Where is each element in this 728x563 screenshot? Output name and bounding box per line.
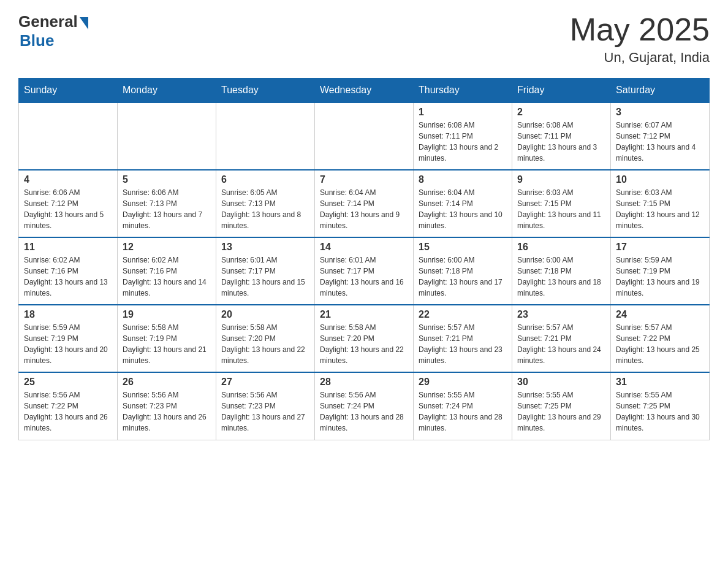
calendar-week-4: 18Sunrise: 5:59 AMSunset: 7:19 PMDayligh… xyxy=(19,305,710,372)
calendar-cell: 22Sunrise: 5:57 AMSunset: 7:21 PMDayligh… xyxy=(414,305,512,372)
calendar-cell: 7Sunrise: 6:04 AMSunset: 7:14 PMDaylight… xyxy=(315,170,414,237)
calendar-cell xyxy=(216,102,315,170)
day-info: Sunrise: 5:56 AMSunset: 7:22 PMDaylight:… xyxy=(24,389,112,434)
calendar-cell: 31Sunrise: 5:55 AMSunset: 7:25 PMDayligh… xyxy=(611,372,710,440)
day-info: Sunrise: 5:55 AMSunset: 7:25 PMDaylight:… xyxy=(517,389,605,434)
calendar-cell: 8Sunrise: 6:04 AMSunset: 7:14 PMDaylight… xyxy=(414,170,512,237)
day-number: 27 xyxy=(221,377,309,388)
day-info: Sunrise: 5:57 AMSunset: 7:21 PMDaylight:… xyxy=(419,322,507,366)
day-info: Sunrise: 6:02 AMSunset: 7:16 PMDaylight:… xyxy=(24,255,112,299)
calendar-table: Sunday Monday Tuesday Wednesday Thursday… xyxy=(18,78,710,440)
calendar-cell: 24Sunrise: 5:57 AMSunset: 7:22 PMDayligh… xyxy=(611,305,710,372)
calendar-cell: 18Sunrise: 5:59 AMSunset: 7:19 PMDayligh… xyxy=(19,305,118,372)
calendar-cell xyxy=(19,102,118,170)
day-info: Sunrise: 5:59 AMSunset: 7:19 PMDaylight:… xyxy=(24,322,112,366)
day-number: 17 xyxy=(616,242,704,253)
logo-blue-text: Blue xyxy=(20,31,54,50)
header-thursday: Thursday xyxy=(414,79,512,103)
calendar-cell: 26Sunrise: 5:56 AMSunset: 7:23 PMDayligh… xyxy=(118,372,216,440)
day-number: 15 xyxy=(419,242,507,253)
calendar-cell: 17Sunrise: 5:59 AMSunset: 7:19 PMDayligh… xyxy=(611,237,710,305)
calendar-cell: 4Sunrise: 6:06 AMSunset: 7:12 PMDaylight… xyxy=(19,170,118,237)
day-info: Sunrise: 6:00 AMSunset: 7:18 PMDaylight:… xyxy=(419,255,507,299)
calendar-cell xyxy=(315,102,414,170)
day-info: Sunrise: 5:56 AMSunset: 7:24 PMDaylight:… xyxy=(320,389,408,434)
day-number: 6 xyxy=(221,174,309,185)
day-number: 10 xyxy=(616,174,704,185)
calendar-cell: 10Sunrise: 6:03 AMSunset: 7:15 PMDayligh… xyxy=(611,170,710,237)
calendar-cell: 21Sunrise: 5:58 AMSunset: 7:20 PMDayligh… xyxy=(315,305,414,372)
day-number: 22 xyxy=(419,309,507,320)
day-info: Sunrise: 5:55 AMSunset: 7:25 PMDaylight:… xyxy=(616,389,704,434)
day-info: Sunrise: 6:01 AMSunset: 7:17 PMDaylight:… xyxy=(221,255,309,299)
calendar-cell: 19Sunrise: 5:58 AMSunset: 7:19 PMDayligh… xyxy=(118,305,216,372)
day-number: 25 xyxy=(24,377,112,388)
day-info: Sunrise: 5:58 AMSunset: 7:20 PMDaylight:… xyxy=(320,322,408,366)
header-sunday: Sunday xyxy=(19,79,118,103)
header-monday: Monday xyxy=(118,79,216,103)
calendar-cell: 13Sunrise: 6:01 AMSunset: 7:17 PMDayligh… xyxy=(216,237,315,305)
day-number: 13 xyxy=(221,242,309,253)
calendar-cell: 12Sunrise: 6:02 AMSunset: 7:16 PMDayligh… xyxy=(118,237,216,305)
calendar-week-5: 25Sunrise: 5:56 AMSunset: 7:22 PMDayligh… xyxy=(19,372,710,440)
calendar-week-1: 1Sunrise: 6:08 AMSunset: 7:11 PMDaylight… xyxy=(19,102,710,170)
logo-general-text: General xyxy=(18,12,78,31)
day-number: 16 xyxy=(517,242,605,253)
day-number: 19 xyxy=(123,309,211,320)
day-number: 7 xyxy=(320,174,408,185)
day-info: Sunrise: 6:01 AMSunset: 7:17 PMDaylight:… xyxy=(320,255,408,299)
weekday-header-row: Sunday Monday Tuesday Wednesday Thursday… xyxy=(19,79,710,103)
calendar-cell: 1Sunrise: 6:08 AMSunset: 7:11 PMDaylight… xyxy=(414,102,512,170)
day-info: Sunrise: 6:04 AMSunset: 7:14 PMDaylight:… xyxy=(419,187,507,231)
day-number: 9 xyxy=(517,174,605,185)
calendar-cell: 27Sunrise: 5:56 AMSunset: 7:23 PMDayligh… xyxy=(216,372,315,440)
month-year-title: May 2025 xyxy=(570,12,710,47)
day-info: Sunrise: 6:06 AMSunset: 7:13 PMDaylight:… xyxy=(123,187,211,231)
day-info: Sunrise: 5:57 AMSunset: 7:21 PMDaylight:… xyxy=(517,322,605,366)
calendar-cell: 28Sunrise: 5:56 AMSunset: 7:24 PMDayligh… xyxy=(315,372,414,440)
day-info: Sunrise: 6:07 AMSunset: 7:12 PMDaylight:… xyxy=(616,120,704,164)
day-info: Sunrise: 5:59 AMSunset: 7:19 PMDaylight:… xyxy=(616,255,704,299)
calendar-cell xyxy=(118,102,216,170)
calendar-cell: 3Sunrise: 6:07 AMSunset: 7:12 PMDaylight… xyxy=(611,102,710,170)
day-info: Sunrise: 6:03 AMSunset: 7:15 PMDaylight:… xyxy=(517,187,605,231)
calendar-cell: 5Sunrise: 6:06 AMSunset: 7:13 PMDaylight… xyxy=(118,170,216,237)
day-number: 2 xyxy=(517,107,605,118)
day-number: 24 xyxy=(616,309,704,320)
day-number: 18 xyxy=(24,309,112,320)
day-info: Sunrise: 5:56 AMSunset: 7:23 PMDaylight:… xyxy=(221,389,309,434)
day-number: 30 xyxy=(517,377,605,388)
day-number: 23 xyxy=(517,309,605,320)
day-number: 1 xyxy=(419,107,507,118)
day-info: Sunrise: 5:56 AMSunset: 7:23 PMDaylight:… xyxy=(123,389,211,434)
day-number: 8 xyxy=(419,174,507,185)
calendar-cell: 20Sunrise: 5:58 AMSunset: 7:20 PMDayligh… xyxy=(216,305,315,372)
calendar-cell: 14Sunrise: 6:01 AMSunset: 7:17 PMDayligh… xyxy=(315,237,414,305)
day-number: 28 xyxy=(320,377,408,388)
day-number: 5 xyxy=(123,174,211,185)
calendar-cell: 11Sunrise: 6:02 AMSunset: 7:16 PMDayligh… xyxy=(19,237,118,305)
calendar-cell: 30Sunrise: 5:55 AMSunset: 7:25 PMDayligh… xyxy=(512,372,611,440)
title-section: May 2025 Un, Gujarat, India xyxy=(570,12,710,66)
day-info: Sunrise: 6:03 AMSunset: 7:15 PMDaylight:… xyxy=(616,187,704,231)
day-info: Sunrise: 5:58 AMSunset: 7:19 PMDaylight:… xyxy=(123,322,211,366)
day-number: 3 xyxy=(616,107,704,118)
day-number: 4 xyxy=(24,174,112,185)
calendar-cell: 23Sunrise: 5:57 AMSunset: 7:21 PMDayligh… xyxy=(512,305,611,372)
day-info: Sunrise: 5:57 AMSunset: 7:22 PMDaylight:… xyxy=(616,322,704,366)
header: General Blue May 2025 Un, Gujarat, India xyxy=(18,12,710,66)
day-number: 21 xyxy=(320,309,408,320)
day-number: 14 xyxy=(320,242,408,253)
day-number: 12 xyxy=(123,242,211,253)
calendar-cell: 16Sunrise: 6:00 AMSunset: 7:18 PMDayligh… xyxy=(512,237,611,305)
header-saturday: Saturday xyxy=(611,79,710,103)
calendar-week-2: 4Sunrise: 6:06 AMSunset: 7:12 PMDaylight… xyxy=(19,170,710,237)
location-subtitle: Un, Gujarat, India xyxy=(570,50,710,66)
calendar-cell: 9Sunrise: 6:03 AMSunset: 7:15 PMDaylight… xyxy=(512,170,611,237)
day-info: Sunrise: 5:55 AMSunset: 7:24 PMDaylight:… xyxy=(419,389,507,434)
day-info: Sunrise: 6:05 AMSunset: 7:13 PMDaylight:… xyxy=(221,187,309,231)
header-wednesday: Wednesday xyxy=(315,79,414,103)
day-info: Sunrise: 6:00 AMSunset: 7:18 PMDaylight:… xyxy=(517,255,605,299)
calendar-cell: 2Sunrise: 6:08 AMSunset: 7:11 PMDaylight… xyxy=(512,102,611,170)
day-info: Sunrise: 5:58 AMSunset: 7:20 PMDaylight:… xyxy=(221,322,309,366)
